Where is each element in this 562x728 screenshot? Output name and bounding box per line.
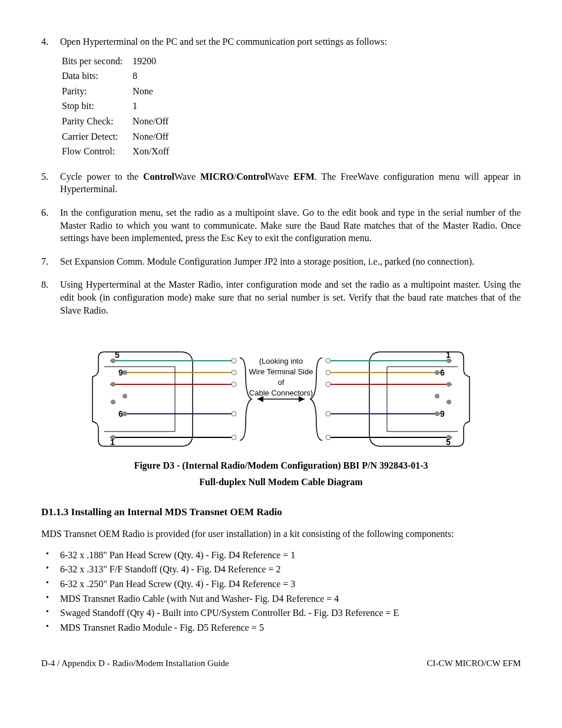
svg-text:9: 9 [118,368,123,377]
svg-point-30 [435,394,439,398]
setting-label: Stop bit: [61,99,131,113]
svg-point-29 [447,382,451,387]
text-bold: Control [236,172,267,182]
setting-row: Parity:None [61,84,177,98]
step-5-num: 5. [41,170,60,196]
list-item: MDS Transnet Radio Module - Fig. D5 Refe… [41,621,521,634]
svg-point-31 [447,400,451,404]
footer-left: D-4 / Appendix D - Radio/Modem Installat… [41,657,229,669]
text-bold: EFM [293,172,315,182]
list-item: 6-32 x .313" F/F Standoff (Qty. 4) - Fig… [41,563,521,576]
component-list: 6-32 x .188" Pan Head Screw (Qty. 4) - F… [41,549,521,634]
svg-text:6: 6 [440,368,445,377]
setting-label: Flow Control: [61,144,131,159]
setting-row: Carrier Detect:None/Off [61,130,177,144]
text-fragment: Wave [267,172,293,182]
setting-value: 19200 [132,54,177,68]
text-fragment: Wave [174,172,200,182]
svg-point-22 [326,358,330,363]
svg-point-28 [435,370,439,375]
step-5-text: Cycle power to the ControlWave MICRO/Con… [60,170,521,196]
svg-point-6 [232,370,236,375]
figure-caption-line2: Full-duplex Null Modem Cable Diagram [41,476,521,489]
svg-point-5 [232,358,236,363]
setting-row: Bits per second:19200 [61,54,177,68]
step-7-text: Set Expansion Comm. Module Configuration… [60,255,521,268]
svg-point-24 [326,382,330,387]
comm-settings-table: Bits per second:19200 Data bits:8 Parity… [60,53,178,160]
step-4: 4. Open Hyperterminal on the PC and set … [41,35,521,48]
section-heading: D1.1.3 Installing an Internal MDS Transn… [41,506,521,519]
svg-text:Cable Connectors): Cable Connectors) [249,388,313,397]
text-fragment: Cycle power to the [60,172,143,182]
list-item: 6-32 x .250" Pan Head Screw (Qty. 4) - F… [41,578,521,591]
svg-point-23 [326,370,330,375]
step-6-text: In the configuration menu, set the radio… [60,206,521,245]
pin-label: 5 [115,350,120,360]
step-6: 6. In the configuration menu, set the ra… [41,206,521,245]
svg-text:of: of [278,378,285,387]
setting-label: Data bits: [61,69,131,83]
step-7-num: 7. [41,255,60,268]
svg-point-13 [123,394,127,398]
svg-point-7 [232,382,236,387]
setting-value: None [132,84,177,98]
svg-point-9 [232,435,236,440]
setting-label: Bits per second: [61,54,131,68]
svg-point-25 [326,411,330,416]
list-item: MDS Transnet Radio Cable (with Nut and W… [41,592,521,605]
footer-right: CI-CW MICRO/CW EFM [427,657,521,669]
svg-point-14 [111,400,115,404]
setting-row: Flow Control:Xon/Xoff [61,144,177,159]
diagram-text: (Looking into [259,357,303,365]
setting-value: Xon/Xoff [132,144,177,159]
svg-text:9: 9 [440,409,445,419]
svg-text:1: 1 [446,350,451,360]
setting-label: Parity Check: [61,114,131,129]
text-bold: Control [143,172,174,182]
step-6-num: 6. [41,206,60,245]
svg-text:6: 6 [118,409,123,419]
text-bold: MICRO [200,172,234,182]
setting-value: 1 [132,99,177,113]
list-item: 6-32 x .188" Pan Head Screw (Qty. 4) - F… [41,549,521,562]
step-7: 7. Set Expansion Comm. Module Configurat… [41,255,521,268]
setting-value: None/Off [132,130,177,144]
setting-label: Parity: [61,84,131,98]
svg-point-26 [326,435,330,440]
cable-diagram: 5 9 6 1 1 6 9 5 (Looking into Wire Termi… [69,346,493,452]
step-4-text: Open Hyperterminal on the PC and set the… [60,35,521,48]
step-5: 5. Cycle power to the ControlWave MICRO/… [41,170,521,196]
step-8: 8. Using Hyperterminal at the Master Rad… [41,278,521,317]
section-intro: MDS Transnet OEM Radio is provided (for … [41,528,521,541]
setting-row: Stop bit:1 [61,99,177,113]
setting-row: Parity Check:None/Off [61,114,177,129]
figure-d3: 5 9 6 1 1 6 9 5 (Looking into Wire Termi… [41,346,521,488]
page-footer: D-4 / Appendix D - Radio/Modem Installat… [41,657,521,669]
step-4-num: 4. [41,35,60,48]
figure-caption-line1: Figure D3 - (Internal Radio/Modem Config… [41,459,521,472]
svg-point-8 [232,411,236,416]
svg-point-32 [435,411,439,416]
svg-text:5: 5 [446,437,451,447]
svg-point-11 [123,370,127,375]
setting-label: Carrier Detect: [61,130,131,144]
setting-value: None/Off [132,114,177,129]
svg-text:Wire Terminal Side: Wire Terminal Side [249,367,313,376]
svg-point-12 [111,382,115,387]
setting-value: 8 [132,69,177,83]
step-8-num: 8. [41,278,60,317]
svg-point-15 [123,411,127,416]
step-8-text: Using Hyperterminal at the Master Radio,… [60,278,521,317]
list-item: Swaged Standoff (Qty 4) - Built into CPU… [41,607,521,620]
setting-row: Data bits:8 [61,69,177,83]
svg-text:1: 1 [110,437,115,447]
